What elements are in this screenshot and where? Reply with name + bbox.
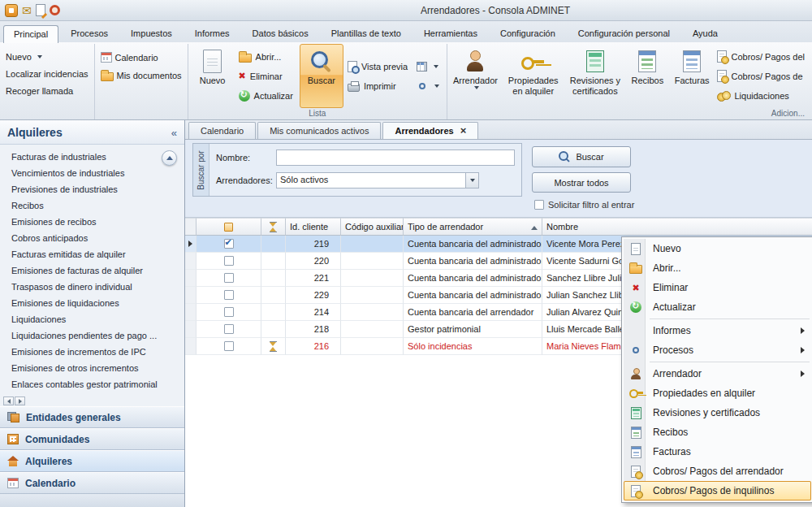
menu-item-label: Eliminar (653, 282, 688, 293)
buscar-button[interactable]: Buscar (300, 44, 343, 108)
ribbon-tab-principal[interactable]: Principal (3, 25, 58, 43)
nav-item-emisiones-liquidaciones[interactable]: Emisiones de liquidaciones (0, 295, 184, 311)
header-id-cliente[interactable]: Id. cliente (286, 218, 341, 236)
menu-item-nuevo[interactable]: Nuevo (624, 239, 811, 258)
doc-tab-comunicados[interactable]: Mis comunicados activos (257, 122, 381, 139)
ribbon-tab-procesos[interactable]: Procesos (60, 24, 119, 42)
facturas-button[interactable]: Facturas (671, 44, 714, 108)
menu-item-procesos[interactable]: Procesos (624, 340, 811, 360)
ribbon-tab-herramientas[interactable]: Herramientas (413, 24, 488, 42)
nav-item-facturas-emitidas[interactable]: Facturas emitidas de alquiler (0, 246, 184, 262)
ribbon-tab-configuracion-personal[interactable]: Configuración personal (568, 24, 680, 42)
nav-item-emisiones-ipc[interactable]: Emisiones de incrementos de IPC (0, 344, 184, 360)
mostrar-todos-button[interactable]: Mostrar todos (532, 172, 631, 193)
menu-item-revisiones[interactable]: Revisiones y certificados (624, 403, 811, 422)
menu-item-cobros-inquilinos[interactable]: Cobros/ Pagos de inquilinos (624, 481, 811, 500)
menu-item-facturas[interactable]: Facturas (624, 442, 811, 462)
calendario-button[interactable]: Calendario (97, 51, 185, 63)
recibos-button[interactable]: Recibos (626, 44, 669, 108)
nav-item-previsiones-industriales[interactable]: Previsiones de industriales (0, 181, 184, 197)
revisiones-certificados-button[interactable]: Revisiones y certificados (566, 44, 624, 108)
ribbon-tab-ayuda[interactable]: Ayuda (682, 24, 728, 42)
imprimir-button[interactable]: Imprimir (345, 77, 412, 95)
sidebar-hscrollbar[interactable] (0, 396, 184, 406)
header-tipo-arrendador[interactable]: Tipo de arrendador (404, 218, 542, 236)
doc-tab-arrendadores[interactable]: Arrendadores (382, 122, 478, 139)
menu-item-informes[interactable]: Informes (624, 321, 811, 340)
nav-item-emisiones-otros[interactable]: Emisiones de otros incrementos (0, 360, 184, 376)
nav-item-vencimientos-industriales[interactable]: Vencimientos de industriales (0, 165, 184, 181)
menu-item-actualizar[interactable]: Actualizar (624, 297, 811, 317)
nuevo-menu-button[interactable]: Nuevo (2, 51, 92, 63)
nav-item-emisiones-recibos[interactable]: Emisiones de recibos (0, 214, 184, 230)
nav-item-liquidaciones-pendientes[interactable]: Liquidaciones pendientes de pago ... (0, 327, 184, 344)
localizar-incidencias-button[interactable]: Localizar incidencias (2, 68, 92, 80)
grid-view-dropdown[interactable] (414, 58, 444, 76)
header-codigo-auxiliar[interactable]: Código auxiliar (341, 218, 404, 236)
nav-item-liquidaciones[interactable]: Liquidaciones (0, 311, 184, 327)
close-icon[interactable] (460, 126, 467, 136)
row-checkbox[interactable] (224, 307, 234, 317)
scroll-up-button[interactable] (162, 150, 177, 166)
menu-item-recibos[interactable]: Recibos (624, 422, 811, 442)
recoger-llamada-button[interactable]: Recoger llamada (2, 85, 92, 97)
doc-tab-calendario[interactable]: Calendario (188, 122, 256, 139)
vista-previa-button[interactable]: Vista previa (345, 58, 412, 76)
header-status-column[interactable] (261, 218, 286, 236)
menu-item-cobros-arrendador[interactable]: Cobros/ Pagos del arrendador (624, 462, 811, 481)
ribbon-tab-informes[interactable]: Informes (184, 24, 240, 42)
nav-item-traspasos-dinero[interactable]: Traspasos de dinero individual (0, 279, 184, 295)
scroll-right-icon[interactable] (15, 396, 25, 405)
nav-item-facturas-industriales[interactable]: Facturas de industriales (0, 149, 184, 165)
ribbon-tab-impuestos[interactable]: Impuestos (120, 24, 183, 42)
arrendadores-select[interactable]: Sólo activos (276, 172, 479, 188)
ribbon-tab-datos-basicos[interactable]: Datos básicos (242, 24, 319, 42)
ribbon-tab-configuracion[interactable]: Configuración (490, 24, 566, 42)
chevron-down-icon[interactable] (465, 173, 478, 188)
nav-item-enlaces-contables[interactable]: Enlaces contables gestor patrimonial (0, 376, 184, 392)
actualizar-button[interactable]: Actualizar (236, 87, 298, 105)
cobros-pagos-de-button[interactable]: Cobros/ Pagos de (715, 67, 810, 85)
eliminar-button[interactable]: Eliminar (236, 67, 298, 85)
menu-item-eliminar[interactable]: Eliminar (624, 278, 811, 297)
row-checkbox[interactable] (224, 273, 234, 283)
menu-item-propiedades[interactable]: Propiedades en alquiler (624, 384, 811, 403)
collapse-pane-icon[interactable] (171, 126, 177, 139)
row-checkbox[interactable] (224, 290, 234, 300)
row-checkbox[interactable] (224, 324, 234, 334)
liquidaciones-button[interactable]: Liquidaciones (715, 87, 810, 105)
cobros-pagos-del-button[interactable]: Cobros/ Pagos del (715, 48, 810, 66)
section-entidades-generales[interactable]: Entidades generales (0, 406, 184, 428)
section-alquileres[interactable]: Alquileres (0, 450, 184, 472)
ribbon-tab-plantillas[interactable]: Plantillas de texto (321, 24, 412, 42)
select-all-checkbox-icon[interactable] (224, 223, 233, 232)
buscar-panel-button[interactable]: Buscar (532, 146, 631, 167)
nav-item-cobros-anticipados[interactable]: Cobros anticipados (0, 230, 184, 246)
row-checkbox[interactable] (224, 239, 234, 249)
scroll-left-icon[interactable] (3, 396, 14, 405)
mis-documentos-button[interactable]: Mis documentos (97, 69, 185, 82)
record-call-icon[interactable] (50, 5, 60, 15)
header-nombre[interactable]: Nombre (542, 218, 812, 236)
menu-item-abrir[interactable]: Abrir... (624, 258, 811, 278)
section-comunidades[interactable]: Comunidades (0, 428, 184, 450)
menu-item-arrendador[interactable]: Arrendador (624, 364, 811, 384)
settings-dropdown[interactable] (414, 77, 444, 95)
document-edit-icon[interactable] (36, 4, 45, 16)
propiedades-en-alquiler-button[interactable]: Propiedades en alquiler (503, 44, 564, 108)
checkbox-icon[interactable] (534, 200, 544, 210)
nombre-input[interactable] (276, 150, 515, 166)
nav-item-recibos[interactable]: Recibos (0, 197, 184, 214)
row-checkbox[interactable] (224, 256, 234, 266)
solicitar-filtro-checkbox[interactable]: Solicitar filtro al entrar (534, 200, 634, 210)
app-icon[interactable] (5, 4, 18, 17)
nav-item-emisiones-facturas[interactable]: Emisiones de facturas de alquiler (0, 262, 184, 279)
mail-icon[interactable] (22, 4, 32, 17)
row-checkbox[interactable] (224, 341, 234, 351)
abrir-button[interactable]: Abrir... (236, 48, 298, 66)
menu-item-label: Facturas (653, 446, 691, 457)
header-select-column[interactable] (197, 218, 261, 236)
arrendador-button[interactable]: Arrendador (450, 44, 500, 108)
section-calendario[interactable]: Calendario (0, 472, 184, 494)
nuevo-button[interactable]: Nuevo (191, 44, 235, 108)
